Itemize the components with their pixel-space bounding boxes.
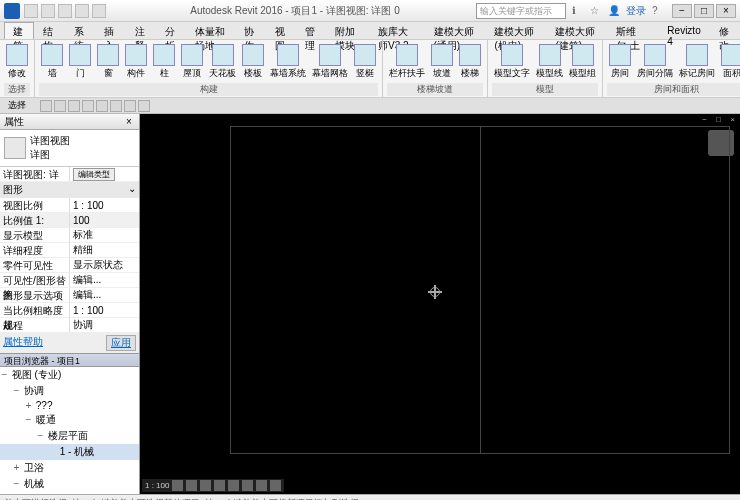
login-link[interactable]: 登录 [626,4,646,18]
tab-model-arch[interactable]: 建模大师 (建筑) [546,22,607,39]
property-row[interactable]: 显示模型标准 [0,228,139,243]
tree-node[interactable]: − 楼层平面 [0,428,139,444]
tab-manage[interactable]: 管理 [296,22,326,39]
roof-button[interactable]: 屋顶 [179,42,205,82]
hide-icon[interactable] [256,480,267,491]
filter-icon[interactable] [40,100,52,112]
tab-annotate[interactable]: 注释 [126,22,156,39]
shadows-icon[interactable] [214,480,225,491]
curtain-system-button[interactable]: 幕墙系统 [268,42,308,82]
view-canvas[interactable]: − □ × 1 : 100 [140,114,740,494]
project-browser[interactable]: − 视图 (专业)− 协调+ ???− 暖通− 楼层平面 1 - 机械+ 卫浴−… [0,367,139,494]
curtain-grid-button[interactable]: 幕墙网格 [310,42,350,82]
selector-dropdown[interactable]: 选择 [4,99,36,112]
tab-model-common[interactable]: 建模大师 (通用) [425,22,486,39]
expander-icon[interactable]: − [12,478,21,489]
user-icon[interactable]: 👤 [608,5,620,17]
property-value[interactable]: 100 [70,213,139,227]
tab-massing[interactable]: 体量和场地 [186,22,235,39]
help-icon[interactable]: ? [652,5,664,17]
maximize-button[interactable]: □ [694,4,714,18]
view-maximize-icon[interactable]: □ [713,115,724,126]
expander-icon[interactable]: + [24,400,33,411]
property-value[interactable]: 编辑... [70,273,139,287]
property-value[interactable]: 标准 [70,228,139,242]
ceiling-button[interactable]: 天花板 [207,42,238,82]
tree-node[interactable]: + 卫浴 [0,460,139,476]
properties-help-link[interactable]: 属性帮助 [3,335,43,351]
edit-type-button[interactable]: 编辑类型 [73,168,115,181]
expander-icon[interactable]: − [36,430,45,441]
expander-icon[interactable]: + [12,462,21,473]
qat-undo-icon[interactable] [58,4,72,18]
tree-node[interactable]: − 视图 (专业) [0,367,139,383]
apply-button[interactable]: 应用 [106,335,136,351]
detail-level-icon[interactable] [172,480,183,491]
crop-region-icon[interactable] [242,480,253,491]
property-row[interactable]: 详细程度精细 [0,243,139,258]
qat-open-icon[interactable] [24,4,38,18]
tab-view[interactable]: 视图 [266,22,296,39]
room-sep-button[interactable]: 房间分隔 [635,42,675,82]
star-icon[interactable]: ☆ [590,5,602,17]
opt5-icon[interactable] [138,100,150,112]
tag-room-button[interactable]: 标记房间 [677,42,717,82]
property-row[interactable]: 图形显示选项编辑... [0,288,139,303]
tab-structure[interactable]: 结构 [34,22,64,39]
expander-icon[interactable]: − [24,414,33,425]
wall-button[interactable]: 墙 [39,42,65,82]
model-group-button[interactable]: 模型组 [567,42,598,82]
info-icon[interactable]: ℹ [572,5,584,17]
opt3-icon[interactable] [110,100,122,112]
modify-button[interactable]: 修改 [4,42,30,82]
expander-icon[interactable]: − [12,385,21,396]
minimize-button[interactable]: − [672,4,692,18]
search-input[interactable]: 输入关键字或指示 [476,3,566,19]
opt2-icon[interactable] [96,100,108,112]
property-row[interactable]: 当比例粗略度超1 : 100 [0,303,139,318]
mullion-button[interactable]: 竖梃 [352,42,378,82]
reveal-icon[interactable] [270,480,281,491]
tab-architecture[interactable]: 建筑 [4,22,34,39]
sun-path-icon[interactable] [200,480,211,491]
property-value[interactable]: 编辑... [70,288,139,302]
column-button[interactable]: 柱 [151,42,177,82]
property-row[interactable]: 视图比例1 : 100 [0,198,139,213]
area-button[interactable]: 面积 [719,42,740,82]
property-row[interactable]: 零件可见性显示原状态 [0,258,139,273]
tree-node[interactable]: + ??? [0,399,139,412]
window-button[interactable]: 窗 [95,42,121,82]
close-button[interactable]: × [716,4,736,18]
property-value[interactable]: 精细 [70,243,139,257]
property-value[interactable]: 协调 [70,318,139,332]
qat-redo-icon[interactable] [75,4,89,18]
properties-close-icon[interactable]: × [123,116,135,128]
ramp-button[interactable]: 坡道 [429,42,455,82]
stair-button[interactable]: 楼梯 [457,42,483,82]
visual-style-icon[interactable] [186,480,197,491]
property-value[interactable]: 1 : 100 [70,303,139,317]
model-line-button[interactable]: 模型线 [534,42,565,82]
tab-collaborate[interactable]: 协作 [235,22,265,39]
opt-icon[interactable] [82,100,94,112]
tree-node[interactable]: − 机械 [0,476,139,492]
component-button[interactable]: 构件 [123,42,149,82]
crop-icon[interactable] [228,480,239,491]
snap-icon[interactable] [68,100,80,112]
tab-model-mep[interactable]: 建模大师 (机电) [485,22,546,39]
property-row[interactable]: 可见性/图形替换编辑... [0,273,139,288]
tree-node[interactable]: − 协调 [0,383,139,399]
qat-save-icon[interactable] [41,4,55,18]
properties-type-selector[interactable]: 详图视图 详图 [0,130,139,167]
tab-revizto[interactable]: Revizto 4 [658,22,709,39]
property-value[interactable]: 1 : 100 [70,198,139,212]
view-scale[interactable]: 1 : 100 [145,481,169,490]
door-button[interactable]: 门 [67,42,93,82]
tab-modify[interactable]: 修改 [710,22,740,39]
opt4-icon[interactable] [124,100,136,112]
tab-insert[interactable]: 插入 [95,22,125,39]
tree-node[interactable]: − 暖通 [0,412,139,428]
tab-systems[interactable]: 系统 [65,22,95,39]
view-close-icon[interactable]: × [727,115,738,126]
floor-button[interactable]: 楼板 [240,42,266,82]
